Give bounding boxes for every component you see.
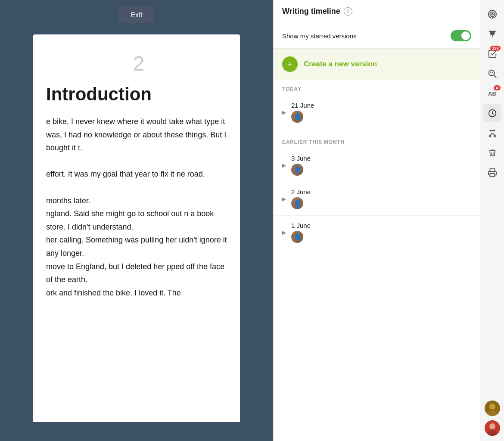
version-info-3: 2 June 👤 [291, 188, 311, 209]
create-version-label: Create a new version [304, 60, 377, 68]
spellcheck-badge: 4 [494, 85, 501, 90]
starred-label: Show my starred versions [282, 32, 357, 40]
version-avatar-2: 👤 [291, 164, 303, 176]
starred-toggle[interactable] [451, 30, 471, 41]
svg-line-10 [494, 75, 496, 78]
tasks-icon[interactable]: 122 [483, 45, 501, 63]
plus-icon: + [282, 56, 298, 72]
version-date-4: 1 June [291, 222, 311, 229]
version-avatar-3: 👤 [291, 197, 303, 209]
version-item-1june[interactable]: ▶ 1 June 👤 [274, 216, 480, 249]
svg-point-20 [489, 404, 495, 410]
divider [274, 131, 480, 131]
svg-point-9 [488, 70, 494, 76]
pin-icon[interactable] [483, 25, 501, 43]
section-earlier: EARLIER THIS MONTH [274, 133, 480, 149]
play-icon-4: ▶ [282, 230, 286, 236]
svg-point-1 [490, 12, 495, 17]
right-toolbar: 122 AB 4 [480, 0, 504, 441]
play-icon: ▶ [282, 109, 286, 115]
starred-versions-row[interactable]: Show my starred versions [274, 23, 480, 49]
version-date-3: 2 June [291, 188, 311, 196]
document-content: e bike, I never knew where it would take… [46, 115, 231, 299]
version-date: 21 June [291, 102, 314, 109]
document-page: 2 Introduction e bike, I never knew wher… [33, 34, 240, 422]
print-icon[interactable] [483, 164, 501, 182]
create-version-row[interactable]: + Create a new version [274, 49, 480, 80]
history-icon[interactable] [483, 104, 501, 122]
user-avatar-1[interactable] [485, 401, 500, 416]
info-icon[interactable]: i [344, 7, 352, 16]
trash-icon[interactable] [483, 144, 501, 162]
svg-line-16 [490, 133, 492, 136]
version-item-21june[interactable]: ▶ 21 June 👤 [274, 96, 480, 129]
user-face-1 [485, 401, 500, 416]
timeline-panel: Writing timeline i Show my starred versi… [273, 0, 480, 441]
version-info: 21 June 👤 [291, 102, 314, 123]
version-avatar: 👤 [291, 111, 303, 123]
version-item-2june[interactable]: ▶ 2 June 👤 [274, 182, 480, 216]
user-face-2 [485, 420, 500, 436]
svg-point-12 [489, 136, 491, 137]
version-info-4: 1 June 👤 [291, 222, 311, 243]
version-info-2: 3 June 👤 [291, 155, 311, 176]
editor-area: Exit 2 Introduction e bike, I never knew… [0, 0, 273, 441]
play-icon-2: ▶ [282, 162, 286, 168]
timeline-header: Writing timeline i [274, 0, 480, 23]
timeline-title: Writing timeline [282, 7, 340, 16]
version-item-3june[interactable]: ▶ 3 June 👤 [274, 149, 480, 182]
cut-icon[interactable] [483, 124, 501, 142]
goal-icon[interactable] [483, 5, 501, 23]
svg-line-17 [492, 133, 495, 136]
page-number: 2 [46, 52, 231, 75]
svg-point-13 [494, 136, 495, 137]
tasks-badge: 122 [490, 46, 500, 51]
svg-point-23 [489, 423, 495, 429]
svg-rect-7 [489, 31, 495, 32]
section-today: TODAY [274, 80, 480, 96]
spellcheck-icon[interactable]: AB 4 [483, 84, 501, 102]
play-icon-3: ▶ [282, 196, 286, 202]
spellcheck-label: AB [488, 90, 496, 97]
svg-rect-18 [490, 174, 495, 177]
version-avatar-4: 👤 [291, 231, 303, 243]
svg-point-2 [492, 13, 493, 15]
exit-button[interactable]: Exit [119, 7, 155, 23]
search-icon[interactable] [483, 65, 501, 83]
version-date-2: 3 June [291, 155, 311, 162]
user-avatar-2[interactable] [485, 420, 500, 436]
document-title: Introduction [46, 84, 231, 105]
